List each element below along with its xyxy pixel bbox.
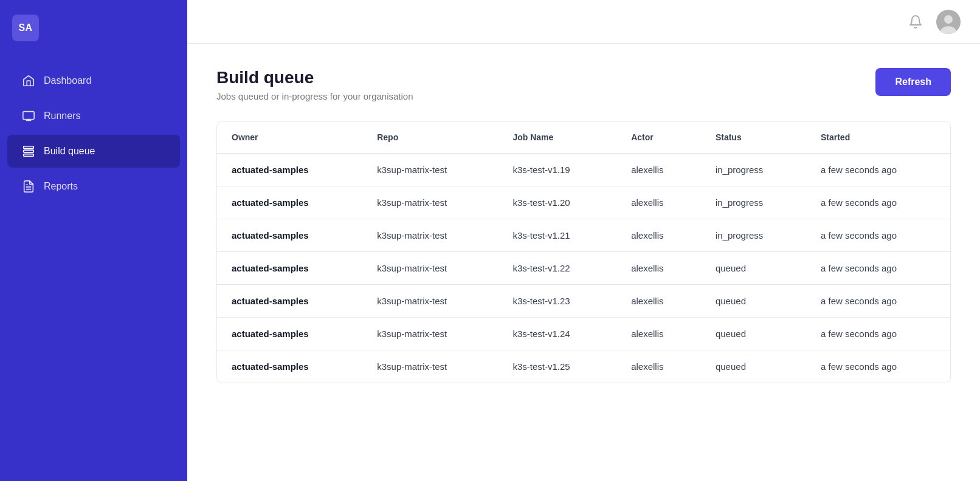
sidebar-nav: Dashboard Runners Build queue [0, 56, 187, 211]
sidebar-item-reports[interactable]: Reports [7, 170, 180, 203]
cell-actor: alexellis [616, 350, 701, 383]
sidebar-item-build-queue[interactable]: Build queue [7, 135, 180, 168]
table-row[interactable]: actuated-samples k3sup-matrix-test k3s-t… [217, 154, 950, 186]
runners-icon [22, 109, 35, 123]
table-row[interactable]: actuated-samples k3sup-matrix-test k3s-t… [217, 285, 950, 318]
page-title: Build queue [216, 68, 413, 87]
cell-owner: actuated-samples [217, 154, 362, 186]
home-icon [22, 74, 35, 87]
cell-status: queued [701, 252, 806, 285]
table-row[interactable]: actuated-samples k3sup-matrix-test k3s-t… [217, 318, 950, 350]
content-area: Build queue Jobs queued or in-progress f… [187, 44, 980, 481]
reports-icon [22, 180, 35, 193]
cell-status: queued [701, 350, 806, 383]
cell-repo: k3sup-matrix-test [362, 252, 498, 285]
refresh-button[interactable]: Refresh [875, 68, 951, 96]
table-row[interactable]: actuated-samples k3sup-matrix-test k3s-t… [217, 186, 950, 219]
cell-repo: k3sup-matrix-test [362, 350, 498, 383]
build-queue-table: Owner Repo Job Name Actor Status Started… [217, 121, 950, 383]
table-body: actuated-samples k3sup-matrix-test k3s-t… [217, 154, 950, 383]
col-started: Started [806, 121, 950, 154]
cell-job-name: k3s-test-v1.25 [498, 350, 616, 383]
logo-badge: SA [12, 15, 39, 41]
cell-owner: actuated-samples [217, 219, 362, 252]
main-content: Build queue Jobs queued or in-progress f… [187, 0, 980, 481]
col-owner: Owner [217, 121, 362, 154]
cell-repo: k3sup-matrix-test [362, 318, 498, 350]
sidebar-item-label-reports: Reports [44, 181, 78, 192]
header-actions [907, 10, 961, 34]
cell-actor: alexellis [616, 186, 701, 219]
cell-actor: alexellis [616, 219, 701, 252]
table-row[interactable]: actuated-samples k3sup-matrix-test k3s-t… [217, 350, 950, 383]
cell-job-name: k3s-test-v1.19 [498, 154, 616, 186]
cell-job-name: k3s-test-v1.21 [498, 219, 616, 252]
sidebar-item-label-build-queue: Build queue [44, 146, 95, 157]
cell-actor: alexellis [616, 252, 701, 285]
cell-actor: alexellis [616, 318, 701, 350]
cell-started: a few seconds ago [806, 318, 950, 350]
cell-status: in_progress [701, 154, 806, 186]
sidebar-item-label-runners: Runners [44, 111, 80, 121]
cell-owner: actuated-samples [217, 186, 362, 219]
cell-job-name: k3s-test-v1.23 [498, 285, 616, 318]
cell-started: a few seconds ago [806, 285, 950, 318]
cell-started: a few seconds ago [806, 219, 950, 252]
cell-owner: actuated-samples [217, 350, 362, 383]
col-job-name: Job Name [498, 121, 616, 154]
cell-repo: k3sup-matrix-test [362, 219, 498, 252]
sidebar-item-label-dashboard: Dashboard [44, 75, 91, 86]
sidebar-item-dashboard[interactable]: Dashboard [7, 64, 180, 97]
cell-owner: actuated-samples [217, 252, 362, 285]
table-row[interactable]: actuated-samples k3sup-matrix-test k3s-t… [217, 219, 950, 252]
cell-status: in_progress [701, 219, 806, 252]
svg-point-7 [944, 15, 953, 24]
cell-job-name: k3s-test-v1.22 [498, 252, 616, 285]
cell-started: a few seconds ago [806, 350, 950, 383]
col-status: Status [701, 121, 806, 154]
sidebar: SA Dashboard Runners [0, 0, 187, 481]
cell-repo: k3sup-matrix-test [362, 154, 498, 186]
table-header: Owner Repo Job Name Actor Status Started [217, 121, 950, 154]
cell-job-name: k3s-test-v1.24 [498, 318, 616, 350]
cell-repo: k3sup-matrix-test [362, 285, 498, 318]
sidebar-logo: SA [0, 0, 187, 56]
col-repo: Repo [362, 121, 498, 154]
svg-rect-3 [24, 154, 34, 157]
cell-status: queued [701, 285, 806, 318]
cell-status: queued [701, 318, 806, 350]
cell-started: a few seconds ago [806, 186, 950, 219]
svg-rect-1 [24, 146, 34, 149]
page-title-section: Build queue Jobs queued or in-progress f… [216, 68, 413, 101]
page-header: Build queue Jobs queued or in-progress f… [216, 68, 951, 101]
cell-started: a few seconds ago [806, 154, 950, 186]
avatar[interactable] [936, 10, 961, 34]
sidebar-item-runners[interactable]: Runners [7, 100, 180, 132]
build-queue-icon [22, 145, 35, 158]
cell-job-name: k3s-test-v1.20 [498, 186, 616, 219]
cell-actor: alexellis [616, 154, 701, 186]
svg-rect-0 [23, 112, 34, 120]
col-actor: Actor [616, 121, 701, 154]
cell-owner: actuated-samples [217, 318, 362, 350]
cell-repo: k3sup-matrix-test [362, 186, 498, 219]
cell-owner: actuated-samples [217, 285, 362, 318]
table-row[interactable]: actuated-samples k3sup-matrix-test k3s-t… [217, 252, 950, 285]
cell-started: a few seconds ago [806, 252, 950, 285]
svg-rect-2 [24, 150, 34, 152]
cell-actor: alexellis [616, 285, 701, 318]
header [187, 0, 980, 44]
page-subtitle: Jobs queued or in-progress for your orga… [216, 91, 413, 101]
logo-text: SA [18, 22, 32, 33]
notification-bell-icon[interactable] [907, 13, 924, 30]
cell-status: in_progress [701, 186, 806, 219]
build-queue-table-container: Owner Repo Job Name Actor Status Started… [216, 121, 951, 383]
